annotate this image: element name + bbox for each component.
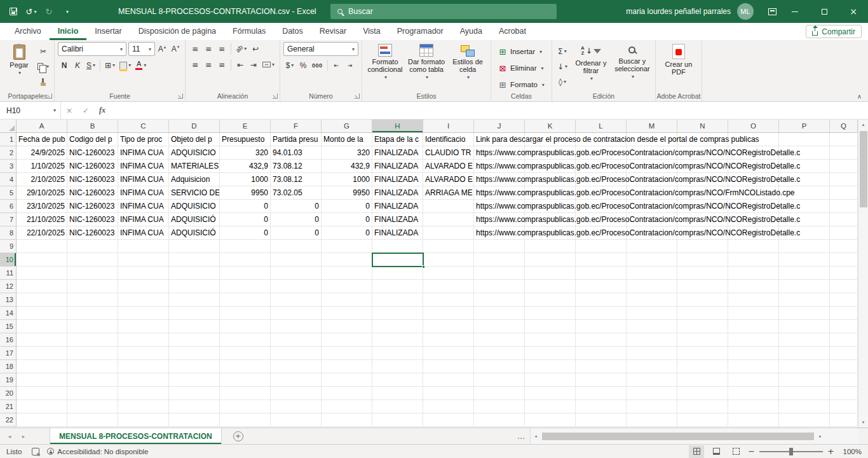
cell-K10[interactable] (525, 253, 576, 267)
cell-J8[interactable]: https://www.compraspublicas.gob.ec/Proce… (474, 226, 525, 240)
cell-C3[interactable]: INFIMA CUA (118, 160, 169, 173)
cell-E12[interactable] (220, 280, 271, 293)
cell-H12[interactable] (372, 280, 423, 293)
cell-A14[interactable] (17, 307, 67, 320)
cell-K20[interactable] (525, 387, 576, 400)
cell-G15[interactable] (322, 320, 372, 333)
ribbon-tab-inicio[interactable]: Inicio (50, 23, 87, 40)
cell-C10[interactable] (118, 253, 169, 267)
cell-B19[interactable] (67, 373, 118, 387)
cell-I6[interactable] (423, 200, 474, 213)
cell-K16[interactable] (525, 333, 576, 347)
cell-I19[interactable] (423, 373, 474, 387)
cell-N11[interactable] (677, 267, 728, 280)
enter-button[interactable]: ✓ (78, 106, 94, 115)
cell-K22[interactable] (525, 413, 576, 427)
cell-G20[interactable] (322, 387, 372, 400)
cell-P11[interactable] (779, 267, 830, 280)
shrink-font-button[interactable]: A▾ (169, 43, 182, 56)
cell-H11[interactable] (372, 267, 423, 280)
save-button[interactable] (5, 3, 22, 20)
cell-G1[interactable]: Monto de la (322, 133, 372, 146)
cell-N22[interactable] (677, 413, 728, 427)
cell-F3[interactable]: 73.08.12 (271, 160, 322, 173)
cell-Q4[interactable] (830, 173, 858, 186)
autosum-button[interactable]: Σ▾ (555, 45, 569, 58)
cell-L21[interactable] (576, 400, 627, 413)
column-header-L[interactable]: L (576, 120, 627, 133)
orientation-button[interactable]: ab▾ (234, 42, 248, 55)
cell-C15[interactable] (118, 320, 169, 333)
cell-I4[interactable]: ALVARADO E (423, 173, 474, 186)
cell-B1[interactable]: Codigo del p (67, 133, 118, 146)
cell-O22[interactable] (728, 413, 779, 427)
scroll-left-arrow[interactable]: ◂ (531, 431, 541, 441)
cell-D13[interactable] (169, 293, 220, 307)
sheet-nav-left[interactable]: ◂ (3, 428, 17, 444)
cell-P21[interactable] (779, 400, 830, 413)
cell-N9[interactable] (677, 240, 728, 253)
cell-C20[interactable] (118, 387, 169, 400)
cell-H16[interactable] (372, 333, 423, 347)
cell-D10[interactable] (169, 253, 220, 267)
increase-decimal-button[interactable]: ⇤ (330, 59, 343, 72)
collapse-ribbon-button[interactable]: ∧ (857, 93, 862, 100)
cell-M11[interactable] (627, 267, 677, 280)
cell-O21[interactable] (728, 400, 779, 413)
row-header-5[interactable]: 5 (0, 186, 17, 200)
cell-Q2[interactable] (830, 146, 858, 160)
cell-O13[interactable] (728, 293, 779, 307)
cell-C13[interactable] (118, 293, 169, 307)
sheet-nav-right[interactable]: ▸ (17, 428, 31, 444)
ribbon-tab-acrobat[interactable]: Acrobat (491, 23, 534, 40)
cell-J19[interactable] (474, 373, 525, 387)
cell-G21[interactable] (322, 400, 372, 413)
cell-C11[interactable] (118, 267, 169, 280)
align-right-button[interactable]: ≡ (215, 58, 228, 71)
font-dialog-launcher[interactable] (178, 94, 183, 99)
cell-D14[interactable] (169, 307, 220, 320)
cell-E3[interactable]: 432,9 (220, 160, 271, 173)
cell-C1[interactable]: Tipo de proc (118, 133, 169, 146)
cell-F6[interactable]: 0 (271, 200, 322, 213)
user-avatar[interactable]: ML (737, 3, 754, 20)
merge-center-button[interactable]: ↔▾ (261, 58, 276, 71)
cell-B20[interactable] (67, 387, 118, 400)
cell-F20[interactable] (271, 387, 322, 400)
cell-J2[interactable]: https://www.compraspublicas.gob.ec/Proce… (474, 146, 525, 160)
cell-N19[interactable] (677, 373, 728, 387)
cell-Q9[interactable] (830, 240, 858, 253)
cell-J11[interactable] (474, 267, 525, 280)
cell-O18[interactable] (728, 360, 779, 373)
cell-Q21[interactable] (830, 400, 858, 413)
cell-F12[interactable] (271, 280, 322, 293)
cell-A6[interactable]: 23/10/2025 (17, 200, 67, 213)
ribbon-tab-fórmulas[interactable]: Fórmulas (224, 23, 274, 40)
sheet-tab[interactable]: MENSUAL 8-PROCESOS-CONTRATACION (50, 428, 222, 444)
row-header-21[interactable]: 21 (0, 400, 17, 413)
align-center-button[interactable]: ≡ (202, 58, 215, 71)
cell-A21[interactable] (17, 400, 67, 413)
cell-L12[interactable] (576, 280, 627, 293)
cell-P15[interactable] (779, 320, 830, 333)
cell-E11[interactable] (220, 267, 271, 280)
column-header-P[interactable]: P (779, 120, 830, 133)
row-header-2[interactable]: 2 (0, 146, 17, 160)
cell-H5[interactable]: FINALIZADA (372, 186, 423, 200)
font-family-select[interactable]: Calibri▾ (58, 42, 126, 56)
cell-B18[interactable] (67, 360, 118, 373)
cell-I18[interactable] (423, 360, 474, 373)
cell-N14[interactable] (677, 307, 728, 320)
cell-H3[interactable]: FINALIZADA (372, 160, 423, 173)
cell-A12[interactable] (17, 280, 67, 293)
zoom-slider-thumb[interactable] (789, 448, 793, 455)
cell-P19[interactable] (779, 373, 830, 387)
clipboard-dialog-launcher[interactable] (47, 94, 52, 99)
cell-M14[interactable] (627, 307, 677, 320)
maximize-button[interactable] (810, 0, 839, 23)
cell-P22[interactable] (779, 413, 830, 427)
cell-Q7[interactable] (830, 213, 858, 226)
cell-Q5[interactable] (830, 186, 858, 200)
row-header-16[interactable]: 16 (0, 333, 17, 347)
cell-E10[interactable] (220, 253, 271, 267)
